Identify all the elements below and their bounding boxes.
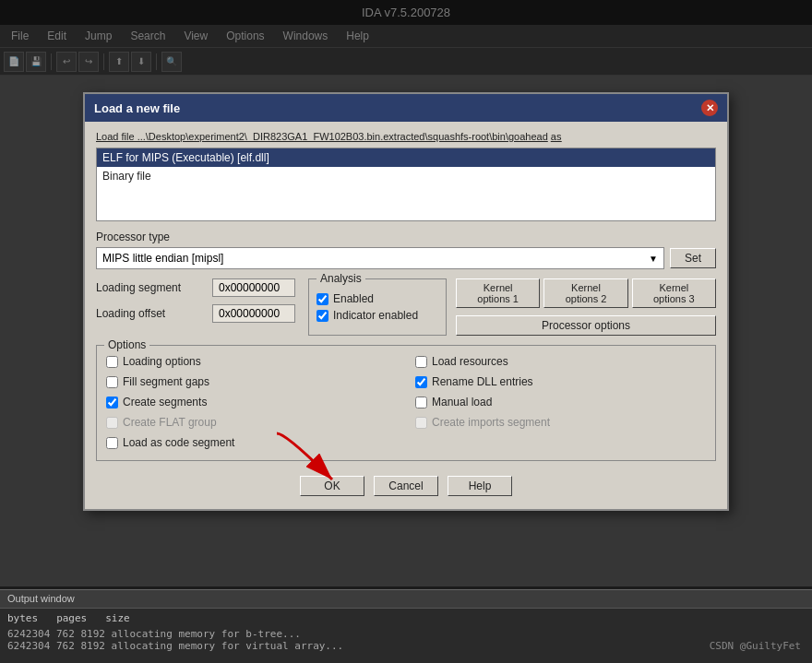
file-list-item-elf[interactable]: ELF for MIPS (Executable) [elf.dll]	[97, 148, 715, 167]
loading-segment-input[interactable]	[212, 278, 295, 297]
rename-dll-label: Rename DLL entries	[432, 375, 533, 388]
create-flat-group-checkbox[interactable]	[106, 417, 118, 429]
options-grid: Loading options Load resources Fill segm…	[106, 355, 706, 453]
analysis-legend: Analysis	[316, 272, 365, 285]
kernel-options-1-button[interactable]: Kernel options 1	[456, 278, 540, 308]
indicator-enabled-checkbox[interactable]	[316, 310, 328, 322]
watermark: CSDN @GuiltyFet	[710, 640, 801, 652]
create-imports-segment-checkbox[interactable]	[415, 417, 427, 429]
output-line-1: 6242304 762 8192 allocating memory for b…	[7, 628, 805, 640]
file-list[interactable]: ELF for MIPS (Executable) [elf.dll] Bina…	[96, 148, 716, 221]
processor-options-button[interactable]: Processor options	[456, 315, 716, 336]
output-lines: 6242304 762 8192 allocating memory for b…	[7, 628, 805, 652]
processor-row: MIPS little endian [mipsl] ▼ Set	[96, 247, 716, 269]
loading-options-checkbox[interactable]	[106, 356, 118, 368]
output-col-size: size	[105, 612, 130, 624]
kernel-buttons-section: Kernel options 1 Kernel options 2 Kernel…	[456, 278, 716, 336]
dialog-close-button[interactable]: ✕	[701, 100, 718, 116]
loading-segment-row: Loading segment	[96, 278, 299, 297]
file-list-item-binary[interactable]: Binary file	[97, 167, 715, 185]
load-file-dialog: Load a new file ✕ Load file ...\Desktop\…	[83, 92, 729, 511]
filepath-as: as	[551, 131, 562, 142]
option-create-imports-segment: Create imports segment	[415, 416, 706, 429]
load-resources-checkbox[interactable]	[415, 356, 427, 368]
load-resources-label: Load resources	[432, 355, 508, 368]
enabled-label: Enabled	[333, 292, 374, 305]
rename-dll-checkbox[interactable]	[415, 376, 427, 388]
middle-row: Loading segment Loading offset Analysis …	[96, 278, 716, 336]
option-load-as-code: Load as code segment	[106, 436, 397, 449]
load-as-code-checkbox[interactable]	[106, 437, 118, 449]
output-window-bar: Output window	[0, 589, 812, 608]
option-load-resources: Load resources	[415, 355, 706, 368]
bottom-buttons: OK Cancel Help	[96, 470, 716, 500]
load-as-code-label: Load as code segment	[123, 436, 234, 449]
modal-overlay: Load a new file ✕ Load file ...\Desktop\…	[0, 0, 812, 663]
dialog-titlebar: Load a new file ✕	[85, 94, 727, 122]
loading-offset-label: Loading offset	[96, 307, 207, 320]
dialog-title: Load a new file	[94, 101, 180, 115]
cancel-button[interactable]: Cancel	[374, 476, 438, 496]
option-manual-load: Manual load	[415, 396, 706, 408]
enabled-checkbox-row: Enabled	[316, 292, 438, 305]
help-button[interactable]: Help	[448, 476, 512, 496]
create-imports-segment-label: Create imports segment	[432, 416, 550, 429]
options-group: Options Loading options Load resources F…	[96, 345, 716, 461]
create-flat-group-label: Create FLAT group	[123, 416, 217, 429]
fill-segment-gaps-checkbox[interactable]	[106, 376, 118, 388]
option-rename-dll: Rename DLL entries	[415, 375, 706, 388]
analysis-group: Analysis Enabled Indicator enabled	[308, 278, 447, 336]
output-line-2: 6242304 762 8192 allocating memory for v…	[7, 640, 805, 652]
loading-segment-label: Loading segment	[96, 281, 207, 294]
file-path: Load file ...\Desktop\experiment2\_DIR82…	[96, 131, 716, 142]
enabled-checkbox[interactable]	[316, 293, 328, 305]
ok-button[interactable]: OK	[300, 476, 364, 496]
loading-options-label: Loading options	[123, 355, 201, 368]
indicator-checkbox-row: Indicator enabled	[316, 309, 438, 322]
output-window-tab[interactable]: Output window	[7, 593, 75, 604]
output-col-bytes: bytes	[7, 612, 38, 624]
output-window: bytes pages size 6242304 762 8192 alloca…	[0, 608, 812, 663]
option-create-segments: Create segments	[106, 396, 397, 408]
loading-fields: Loading segment Loading offset	[96, 278, 299, 336]
manual-load-label: Manual load	[432, 396, 492, 408]
create-segments-label: Create segments	[123, 396, 207, 408]
loading-offset-input[interactable]	[212, 304, 295, 323]
option-fill-segment-gaps: Fill segment gaps	[106, 375, 397, 388]
dropdown-arrow-icon: ▼	[649, 254, 658, 264]
loading-offset-row: Loading offset	[96, 304, 299, 323]
output-col-pages: pages	[56, 612, 87, 624]
options-legend: Options	[104, 338, 149, 351]
output-header: bytes pages size	[7, 612, 805, 624]
fill-segment-gaps-label: Fill segment gaps	[123, 375, 209, 388]
option-loading-options: Loading options	[106, 355, 397, 368]
processor-type-select[interactable]: MIPS little endian [mipsl] ▼	[96, 247, 664, 269]
dialog-body: Load file ...\Desktop\experiment2\_DIR82…	[85, 122, 727, 509]
kernel-options-2-button[interactable]: Kernel options 2	[543, 278, 627, 308]
option-create-flat-group: Create FLAT group	[106, 416, 397, 429]
set-button[interactable]: Set	[670, 248, 716, 268]
processor-value: MIPS little endian [mipsl]	[102, 252, 223, 265]
processor-type-label: Processor type	[96, 231, 716, 243]
indicator-enabled-label: Indicator enabled	[333, 309, 418, 322]
create-segments-checkbox[interactable]	[106, 397, 118, 408]
kernel-options-3-button[interactable]: Kernel options 3	[632, 278, 716, 308]
manual-load-checkbox[interactable]	[415, 397, 427, 408]
filepath-text: Load file ...\Desktop\experiment2\_DIR82…	[96, 131, 548, 142]
